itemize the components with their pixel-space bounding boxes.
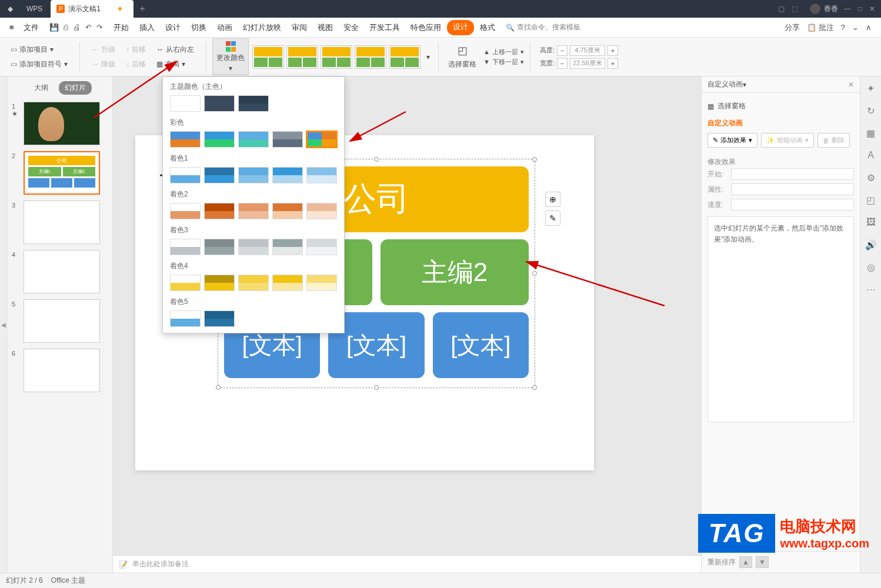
color-swatch[interactable]	[272, 131, 303, 148]
gallery-more-button[interactable]: ▾	[424, 51, 432, 64]
width-input[interactable]: 22.58厘米	[570, 58, 605, 69]
target-icon[interactable]: ◎	[865, 261, 877, 273]
wps-logo-icon[interactable]: ◆	[0, 5, 21, 13]
color-swatch[interactable]	[238, 203, 269, 219]
move-down-button[interactable]: ▼	[756, 556, 769, 568]
color-swatch[interactable]	[204, 239, 235, 255]
menu-安全[interactable]: 安全	[339, 20, 363, 35]
speed-select[interactable]	[731, 199, 854, 211]
color-swatch[interactable]	[204, 167, 235, 183]
undo-icon[interactable]: ↶	[85, 23, 92, 32]
slide-thumb-4[interactable]	[24, 250, 100, 293]
property-select[interactable]	[731, 183, 854, 195]
menu-幻灯片放映[interactable]: 幻灯片放映	[238, 20, 286, 35]
smartart-add-icon[interactable]: ⊕	[545, 192, 560, 207]
decrease-width-button[interactable]: −	[557, 58, 568, 69]
increase-height-button[interactable]: +	[608, 45, 618, 56]
close-panel-button[interactable]: ✕	[848, 81, 854, 89]
more-button[interactable]: ∧	[866, 23, 872, 32]
add-symbol-button[interactable]: ▭ 添加项目符号 ▾	[8, 58, 70, 71]
color-swatch[interactable]	[306, 203, 337, 219]
menu-审阅[interactable]: 审阅	[287, 20, 312, 35]
up-layer-button[interactable]: ▲ 上移一层 ▾	[483, 48, 524, 56]
menu-特色应用[interactable]: 特色应用	[406, 20, 446, 35]
badge-icon[interactable]: ▢	[778, 5, 785, 13]
layout-icon[interactable]: ▦	[865, 127, 877, 139]
style-thumb[interactable]	[321, 45, 352, 69]
menu-格式[interactable]: 格式	[475, 20, 500, 35]
menu-插入[interactable]: 插入	[135, 20, 159, 35]
preview-icon[interactable]: 🖨	[73, 23, 81, 32]
collapse-panel-button[interactable]: ◀	[0, 76, 7, 573]
rtl-button[interactable]: ↔ 从右向左	[154, 44, 196, 56]
color-swatch[interactable]	[204, 275, 235, 291]
save-icon[interactable]: 💾	[49, 23, 59, 32]
font-icon[interactable]: A	[865, 149, 877, 161]
color-swatch[interactable]	[170, 131, 201, 148]
slide-thumb-3[interactable]	[24, 201, 100, 244]
user-area[interactable]: 香香	[804, 4, 844, 14]
close-button[interactable]: ✕	[869, 5, 875, 13]
menu-视图[interactable]: 视图	[313, 20, 338, 35]
redo-icon[interactable]: ↷	[96, 23, 103, 32]
color-swatch[interactable]	[204, 131, 235, 148]
move-up-button[interactable]: ▲	[739, 556, 752, 568]
color-swatch[interactable]	[306, 275, 337, 291]
document-tab[interactable]: P 演示文稿1	[51, 0, 134, 18]
menu-设计[interactable]: 设计	[447, 20, 474, 35]
color-swatch[interactable]	[204, 95, 235, 112]
hamburger-icon[interactable]: ≡	[5, 21, 19, 34]
color-swatch[interactable]	[238, 275, 269, 291]
color-swatch[interactable]	[272, 167, 303, 183]
style-thumb[interactable]	[389, 45, 421, 69]
color-swatch[interactable]	[238, 131, 269, 148]
add-item-button[interactable]: ▭ 添加项目 ▾	[8, 44, 70, 56]
layout-button[interactable]: ▦ 布局 ▾	[154, 58, 188, 71]
minimize-button[interactable]: —	[844, 5, 851, 13]
image-icon[interactable]: 🖼	[865, 216, 877, 228]
smartart-node[interactable]: [文本]	[433, 312, 529, 378]
add-effect-button[interactable]: ✎ 添加效果 ▾	[708, 133, 757, 148]
color-swatch[interactable]	[238, 167, 269, 183]
select-pane-link[interactable]: ▦ 选择窗格	[708, 99, 854, 113]
add-tab-button[interactable]: +	[134, 4, 151, 14]
notes-bar[interactable]: 📝 单击此处添加备注	[113, 555, 701, 573]
menu-开始[interactable]: 开始	[109, 20, 134, 35]
sync-icon[interactable]: ↻	[865, 105, 877, 116]
color-swatch[interactable]	[272, 275, 303, 291]
more-icon[interactable]: ⋯	[865, 283, 877, 295]
menu-设计[interactable]: 设计	[161, 20, 185, 35]
style-gallery[interactable]	[252, 45, 421, 69]
color-swatch[interactable]	[238, 95, 269, 112]
color-swatch[interactable]	[170, 275, 201, 291]
sound-icon[interactable]: 🔊	[865, 239, 877, 250]
star-icon[interactable]: ✦	[865, 82, 877, 94]
increase-width-button[interactable]: +	[608, 58, 618, 69]
decrease-height-button[interactable]: −	[557, 45, 568, 56]
notes-placeholder[interactable]: 单击此处添加备注	[132, 559, 189, 569]
change-color-button[interactable]: 更改颜色 ▾	[212, 38, 249, 75]
gift-icon[interactable]: ⬚	[792, 5, 798, 13]
color-swatch[interactable]	[306, 131, 337, 148]
start-select[interactable]	[731, 168, 854, 180]
search-box[interactable]: 🔍 查找命令、搜索模板	[500, 22, 580, 32]
color-swatch[interactable]	[170, 203, 201, 219]
select-pane-icon[interactable]: ◰	[458, 44, 468, 57]
slides-tab[interactable]: 幻灯片	[59, 81, 92, 95]
color-swatch[interactable]	[204, 203, 235, 219]
color-swatch[interactable]	[170, 167, 201, 183]
slide-thumb-5[interactable]	[24, 299, 100, 343]
menu-开发工具[interactable]: 开发工具	[365, 20, 405, 35]
smart-anim-button[interactable]: ✨ 智能动画 ▾	[761, 133, 814, 148]
down-layer-button[interactable]: ▼ 下移一层 ▾	[483, 58, 524, 66]
template-icon[interactable]: ◰	[865, 194, 877, 206]
smartart-node[interactable]: 主编2	[381, 239, 529, 305]
share-button[interactable]: 分享	[785, 22, 800, 33]
menu-切换[interactable]: 切换	[186, 20, 211, 35]
style-thumb[interactable]	[252, 45, 284, 69]
slide-thumb-6[interactable]	[24, 349, 100, 392]
print-icon[interactable]: ⎙	[64, 23, 68, 32]
style-thumb[interactable]	[286, 45, 318, 69]
settings-icon[interactable]: ⚙	[865, 172, 877, 183]
outline-tab[interactable]: 大纲	[28, 81, 54, 95]
